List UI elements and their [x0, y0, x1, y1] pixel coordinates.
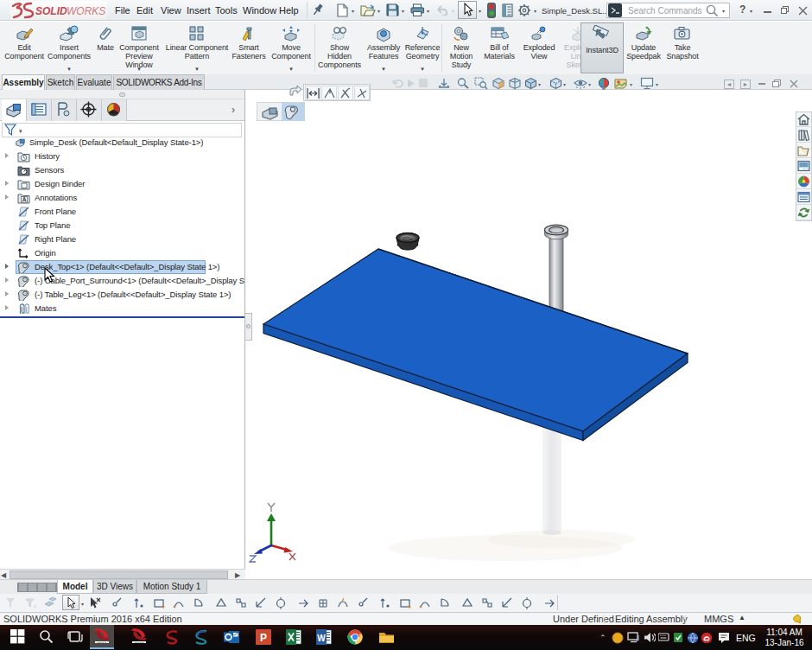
- svg-text:W: W: [317, 634, 326, 643]
- svg-text:SOLID: SOLID: [35, 5, 67, 17]
- svg-text:P: P: [260, 632, 267, 644]
- svg-text:2015: 2015: [134, 641, 143, 644]
- svg-text:WORKS: WORKS: [67, 5, 105, 17]
- svg-text:2016: 2016: [97, 641, 106, 644]
- svg-text:A: A: [22, 196, 27, 202]
